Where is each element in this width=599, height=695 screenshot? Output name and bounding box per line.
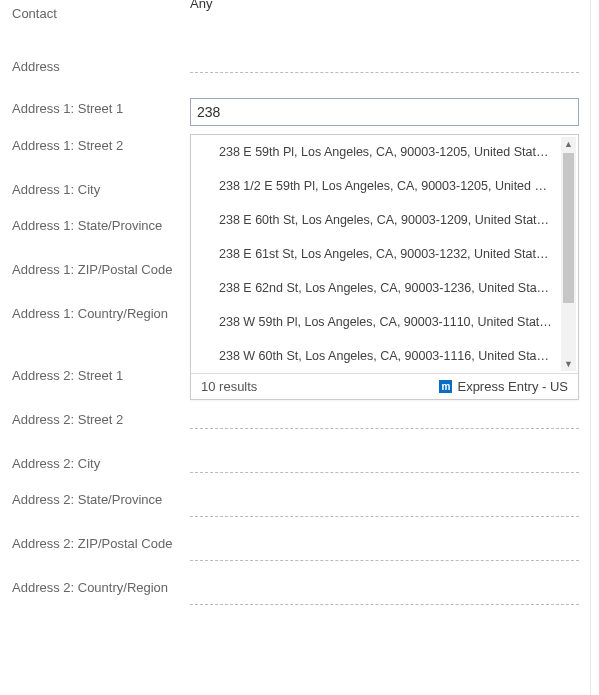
scrollbar[interactable]: ▲ ▼ bbox=[561, 137, 576, 371]
a1-street1-input[interactable] bbox=[190, 98, 579, 126]
a2-street1-label: Address 2: Street 1 bbox=[0, 357, 190, 394]
autocomplete-dropdown: ▲ ▼ 238 E 59th Pl, Los Angeles, CA, 9000… bbox=[190, 134, 579, 400]
a2-state-input[interactable] bbox=[190, 499, 579, 517]
a2-city-input[interactable] bbox=[190, 455, 579, 473]
a2-country-input[interactable] bbox=[190, 587, 579, 605]
results-count: 10 results bbox=[201, 379, 257, 394]
a2-state-label: Address 2: State/Province bbox=[0, 489, 190, 518]
a1-city-label: Address 1: City bbox=[0, 171, 190, 208]
autocomplete-list: ▲ ▼ 238 E 59th Pl, Los Angeles, CA, 9000… bbox=[191, 135, 578, 373]
autocomplete-item[interactable]: 238 E 62nd St, Los Angeles, CA, 90003-12… bbox=[191, 271, 578, 305]
autocomplete-footer: 10 results m Express Entry - US bbox=[191, 373, 578, 399]
a1-state-label: Address 1: State/Province bbox=[0, 215, 190, 244]
a1-country-label: Address 1: Country/Region bbox=[0, 303, 190, 332]
autocomplete-item[interactable]: 238 W 59th Pl, Los Angeles, CA, 90003-11… bbox=[191, 305, 578, 339]
a1-zip-label: Address 1: ZIP/Postal Code bbox=[0, 259, 190, 288]
a1-street1-label: Address 1: Street 1 bbox=[0, 94, 190, 127]
contact-value: Any bbox=[190, 0, 599, 11]
autocomplete-item[interactable]: 238 W 60th St, Los Angeles, CA, 90003-11… bbox=[191, 339, 578, 373]
a2-country-label: Address 2: Country/Region bbox=[0, 577, 190, 606]
a2-city-label: Address 2: City bbox=[0, 445, 190, 482]
autocomplete-item[interactable]: 238 E 60th St, Los Angeles, CA, 90003-12… bbox=[191, 203, 578, 237]
a2-street2-input[interactable] bbox=[190, 411, 579, 429]
address-section-label: Address bbox=[0, 59, 190, 74]
autocomplete-item[interactable]: 238 E 59th Pl, Los Angeles, CA, 90003-12… bbox=[191, 135, 578, 169]
provider-brand: m Express Entry - US bbox=[439, 379, 568, 394]
a2-street2-label: Address 2: Street 2 bbox=[0, 401, 190, 438]
a2-zip-label: Address 2: ZIP/Postal Code bbox=[0, 533, 190, 562]
brand-icon: m bbox=[439, 380, 452, 393]
autocomplete-item[interactable]: 238 E 61st St, Los Angeles, CA, 90003-12… bbox=[191, 237, 578, 271]
a2-zip-input[interactable] bbox=[190, 543, 579, 561]
address-section-separator bbox=[190, 61, 579, 73]
a1-street2-label: Address 1: Street 2 bbox=[0, 127, 190, 164]
scroll-thumb[interactable] bbox=[563, 153, 574, 303]
scroll-down-icon[interactable]: ▼ bbox=[561, 357, 576, 371]
provider-name: Express Entry - US bbox=[457, 379, 568, 394]
contact-label: Contact bbox=[0, 0, 190, 31]
autocomplete-item[interactable]: 238 1/2 E 59th Pl, Los Angeles, CA, 9000… bbox=[191, 169, 578, 203]
scroll-up-icon[interactable]: ▲ bbox=[561, 137, 576, 151]
